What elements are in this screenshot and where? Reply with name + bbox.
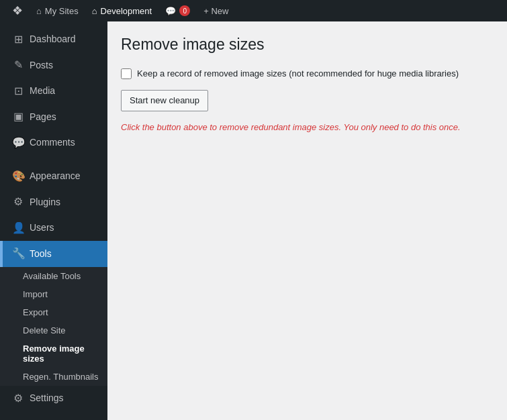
submenu-available-tools[interactable]: Available Tools [0, 267, 107, 285]
plugins-icon: ⚙ [12, 195, 24, 209]
posts-icon: ✎ [12, 58, 24, 72]
pages-icon: ▣ [12, 109, 24, 124]
page-wrap: Remove image sizes Keep a record of remo… [121, 35, 494, 132]
sidebar-item-dashboard[interactable]: ⊞ Dashboard [0, 27, 107, 52]
sidebar-item-pages[interactable]: ▣ Pages [0, 104, 107, 129]
page-title: Remove image sizes [121, 35, 494, 55]
adminbar-new[interactable]: + New [197, 0, 235, 21]
help-text: Click the button above to remove redunda… [121, 122, 494, 132]
tools-icon: 🔧 [12, 246, 24, 261]
media-icon: ⊡ [12, 84, 24, 99]
settings-icon: ⚙ [12, 391, 24, 406]
adminbar-site[interactable]: ⌂ Development [85, 0, 158, 21]
comments-menu-icon: 💬 [12, 136, 24, 150]
keep-record-checkbox[interactable] [121, 68, 132, 79]
submenu-remove-image-sizes[interactable]: Remove image sizes [0, 339, 107, 368]
submenu-import[interactable]: Import [0, 285, 107, 303]
sidebar-item-settings[interactable]: ⚙ Settings [0, 386, 107, 411]
adminbar-wp-logo[interactable]: ❖ [5, 0, 30, 21]
appearance-icon: 🎨 [12, 169, 24, 184]
main-content: Remove image sizes Keep a record of remo… [107, 21, 507, 420]
admin-menu: ⊞ Dashboard ✎ Posts ⊡ Media ▣ Pages 💬 Co… [0, 21, 107, 420]
submenu-export[interactable]: Export [0, 303, 107, 321]
users-icon: 👤 [12, 221, 24, 235]
checkbox-row: Keep a record of removed image sizes (no… [121, 68, 494, 79]
adminbar-my-sites[interactable]: ⌂ My Sites [30, 0, 85, 21]
admin-bar: ❖ ⌂ My Sites ⌂ Development 💬 0 + New [0, 0, 507, 21]
wp-logo-icon: ❖ [12, 3, 23, 18]
submenu-delete-site[interactable]: Delete Site [0, 321, 107, 339]
sidebar-item-tools[interactable]: 🔧 Tools [0, 241, 107, 266]
comments-icon: 💬 [165, 6, 176, 16]
my-sites-icon: ⌂ [36, 6, 42, 16]
submenu-regen-thumbnails[interactable]: Regen. Thumbnails [0, 368, 107, 386]
collapse-menu-button[interactable]: ◀ Collapse menu [0, 417, 107, 420]
tools-submenu: Available Tools Import Export Delete Sit… [0, 267, 107, 386]
sidebar-item-users[interactable]: 👤 Users [0, 215, 107, 241]
sidebar-item-media[interactable]: ⊡ Media [0, 78, 107, 104]
start-cleanup-button[interactable]: Start new cleanup [121, 90, 208, 111]
keep-record-label[interactable]: Keep a record of removed image sizes (no… [137, 68, 459, 78]
sidebar-item-appearance[interactable]: 🎨 Appearance [0, 164, 107, 189]
dashboard-icon: ⊞ [12, 32, 24, 47]
sidebar-item-posts[interactable]: ✎ Posts [0, 52, 107, 78]
adminbar-comments[interactable]: 💬 0 [158, 0, 197, 21]
sidebar-item-plugins[interactable]: ⚙ Plugins [0, 189, 107, 215]
site-icon: ⌂ [92, 6, 97, 16]
main-wrap: ⊞ Dashboard ✎ Posts ⊡ Media ▣ Pages 💬 Co… [0, 21, 507, 420]
sidebar-item-comments[interactable]: 💬 Comments [0, 130, 107, 156]
